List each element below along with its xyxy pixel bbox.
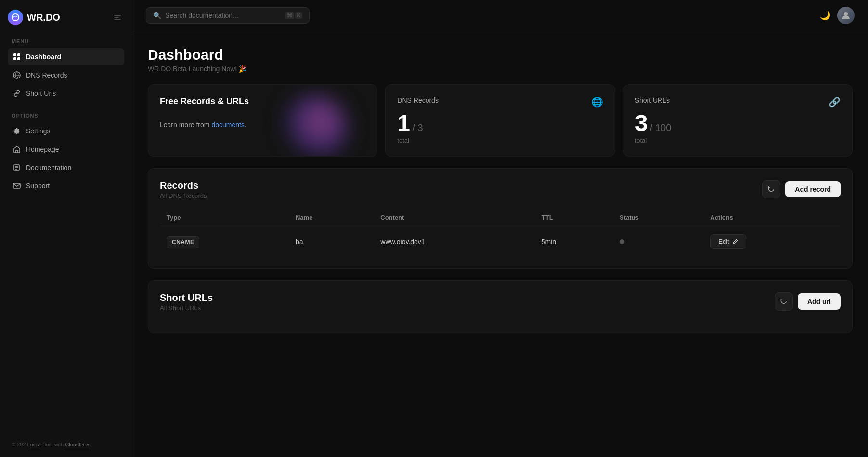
- sidebar-toggle[interactable]: [111, 11, 124, 24]
- svg-rect-9: [13, 183, 20, 188]
- shorturls-count: 3: [635, 110, 648, 136]
- footer-built: . Built with: [39, 442, 65, 447]
- menu-label: MENU: [8, 39, 124, 44]
- link-icon: [13, 89, 21, 98]
- records-table-head: Type Name Content TTL Status Actions: [160, 209, 841, 226]
- records-table-body: CNAME ba www.oiov.dev1 5min Edit: [160, 226, 841, 257]
- shorturls-denom: / 100: [650, 122, 671, 133]
- cell-status: [613, 226, 703, 257]
- cell-type: CNAME: [160, 226, 289, 257]
- short-urls-title: Short URLs: [160, 292, 213, 303]
- footer-end: .: [89, 442, 91, 447]
- sidebar-item-homepage[interactable]: Homepage: [8, 141, 124, 158]
- short-urls-actions: Add url: [775, 292, 841, 311]
- records-section-header: Records All DNS Records Add record: [160, 180, 841, 199]
- sidebar-item-short-urls[interactable]: Short Urls: [8, 85, 124, 102]
- footer-copyright: © 2024: [12, 442, 30, 447]
- records-title: Records: [160, 180, 207, 191]
- col-status: Status: [613, 209, 703, 226]
- sidebar-homepage-label: Homepage: [26, 145, 59, 153]
- sidebar-support-label: Support: [26, 182, 50, 190]
- footer-author-link[interactable]: oiov: [30, 442, 39, 447]
- records-refresh-button[interactable]: [762, 180, 780, 198]
- shorturls-stat-number-row: 3 / 100: [635, 112, 841, 135]
- dashboard-icon: [13, 52, 21, 61]
- add-url-button[interactable]: Add url: [798, 293, 841, 310]
- edit-button[interactable]: Edit: [710, 234, 746, 249]
- cell-ttl: 5min: [535, 226, 613, 257]
- sidebar-item-documentation[interactable]: Documentation: [8, 159, 124, 176]
- svg-rect-1: [114, 15, 121, 16]
- svg-point-0: [12, 14, 19, 21]
- main-content: 🔍 ⌘ K 🌙 Dashboard WR.DO Beta Launching N…: [132, 0, 868, 457]
- search-kbd: ⌘ K: [285, 12, 302, 19]
- page-header: Dashboard WR.DO Beta Launching Now! 🎉: [148, 47, 853, 73]
- col-actions: Actions: [703, 209, 841, 226]
- badge-cname: CNAME: [167, 236, 199, 248]
- col-ttl: TTL: [535, 209, 613, 226]
- logo-text: WR.DO: [27, 12, 60, 23]
- short-urls-refresh-button[interactable]: [775, 292, 793, 311]
- svg-rect-3: [114, 19, 121, 20]
- status-dot: [620, 239, 624, 244]
- kbd-k: K: [295, 12, 302, 19]
- footer-cloudflare-link[interactable]: Cloudflare: [65, 442, 89, 447]
- search-box[interactable]: 🔍 ⌘ K: [146, 7, 310, 24]
- theme-toggle-button[interactable]: 🌙: [820, 10, 830, 21]
- cell-actions: Edit: [703, 226, 841, 257]
- records-actions: Add record: [762, 180, 841, 198]
- home-icon: [13, 145, 21, 154]
- dns-denom: / 3: [412, 122, 423, 133]
- short-urls-section: Short URLs All Short URLs Add url: [148, 280, 853, 333]
- short-urls-subtitle: All Short URLs: [160, 304, 213, 312]
- sidebar-item-dns-records[interactable]: DNS Records: [8, 66, 124, 84]
- sidebar-dashboard-label: Dashboard: [26, 53, 61, 61]
- records-section: Records All DNS Records Add record Type: [148, 168, 853, 269]
- sidebar-item-settings[interactable]: Settings: [8, 122, 124, 140]
- search-input[interactable]: [165, 12, 281, 19]
- shorturls-label: total: [635, 137, 841, 144]
- sidebar-item-dashboard[interactable]: Dashboard: [8, 48, 124, 65]
- menu-section: MENU Dashboard DNS Records: [8, 39, 124, 103]
- sidebar-item-support[interactable]: Support: [8, 177, 124, 195]
- page-title: Dashboard: [148, 47, 853, 63]
- learn-suffix: .: [245, 121, 246, 129]
- records-header-text: Records All DNS Records: [160, 180, 207, 199]
- dns-card-name: DNS Records: [397, 96, 439, 104]
- edit-icon: [732, 239, 738, 245]
- add-record-button[interactable]: Add record: [785, 181, 841, 197]
- logo-icon: [8, 10, 23, 25]
- dns-icon: [13, 71, 21, 79]
- col-type: Type: [160, 209, 289, 226]
- sidebar-documentation-label: Documentation: [26, 164, 71, 171]
- mail-icon: [13, 182, 21, 190]
- cell-name: ba: [289, 226, 374, 257]
- book-icon: [13, 163, 21, 172]
- card-free-title: Free Records & URLs: [160, 96, 365, 106]
- shorturls-card-name: Short URLs: [635, 96, 670, 104]
- settings-icon: [13, 127, 21, 135]
- dns-stat-header: DNS Records 🌐: [397, 96, 603, 112]
- card-dns-records: DNS Records 🌐 1 / 3 total: [385, 84, 615, 157]
- globe-icon: 🌐: [591, 96, 603, 108]
- avatar[interactable]: [837, 7, 855, 24]
- topbar: 🔍 ⌘ K 🌙: [132, 0, 868, 31]
- sidebar: WR.DO MENU Dashboard: [0, 0, 132, 457]
- edit-label: Edit: [718, 238, 729, 245]
- records-table: Type Name Content TTL Status Actions CNA…: [160, 209, 841, 257]
- documents-link[interactable]: documents: [211, 121, 244, 129]
- svg-point-10: [844, 12, 848, 16]
- kbd-cmd: ⌘: [285, 12, 294, 19]
- topbar-right: 🌙: [820, 7, 855, 24]
- shorturls-stat-header: Short URLs 🔗: [635, 96, 841, 112]
- svg-rect-5: [17, 53, 20, 56]
- short-urls-section-header: Short URLs All Short URLs Add url: [160, 292, 841, 312]
- options-section: OPTIONS Settings Homepage: [8, 113, 124, 196]
- card-short-urls: Short URLs 🔗 3 / 100 total: [623, 84, 853, 157]
- page-subtitle: WR.DO Beta Launching Now! 🎉: [148, 65, 853, 73]
- learn-prefix: Learn more from: [160, 121, 211, 129]
- sidebar-dns-label: DNS Records: [26, 71, 67, 79]
- logo-area: WR.DO: [8, 10, 124, 25]
- dns-count: 1: [397, 110, 410, 136]
- card-free-learn: Learn more from documents.: [160, 121, 365, 129]
